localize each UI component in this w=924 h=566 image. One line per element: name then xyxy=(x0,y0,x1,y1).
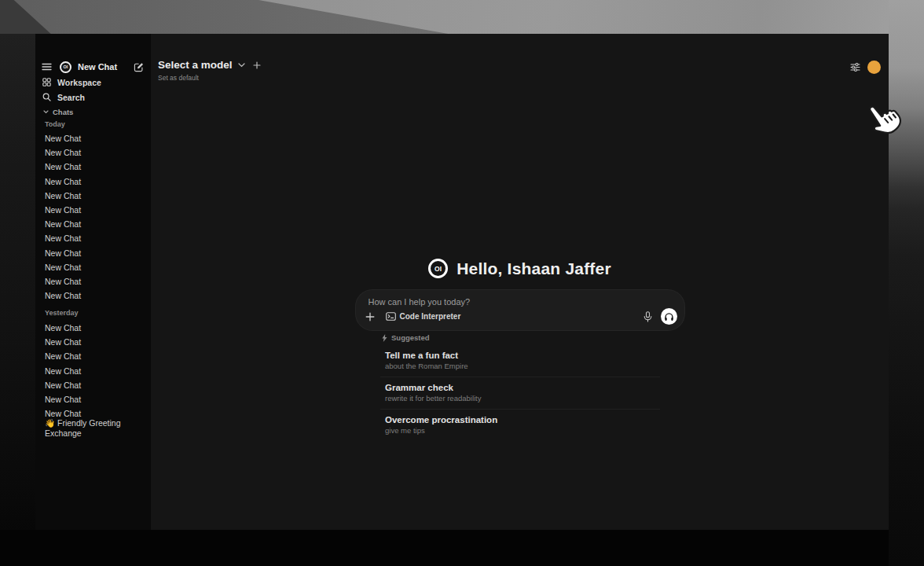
greeting-block: OI Hello, Ishaan Jaffer xyxy=(151,259,889,278)
chat-list-yesterday: New Chat New Chat New Chat New Chat xyxy=(38,321,148,421)
sidebar: OI New Chat xyxy=(35,34,151,530)
code-interpreter-button[interactable]: Code Interpreter xyxy=(386,312,461,321)
chat-list-item[interactable]: New Chat xyxy=(38,392,148,406)
chat-list-item[interactable]: New Chat xyxy=(38,175,148,189)
chats-section-label: Chats xyxy=(53,108,73,116)
suggested-prompt[interactable]: Grammar check rewrite it for better read… xyxy=(380,377,660,410)
main-header-right xyxy=(850,61,881,74)
sidebar-title: New Chat xyxy=(78,62,117,72)
suggested-prompts: Suggested Tell me a fun fact about the R… xyxy=(380,333,660,441)
chat-list-item[interactable]: New Chat xyxy=(38,131,148,145)
headphones-icon xyxy=(664,312,674,322)
greeting-text: Hello, Ishaan Jaffer xyxy=(456,259,611,278)
suggested-list: Tell me a fun fact about the Roman Empir… xyxy=(380,345,660,441)
desktop-wallpaper-left xyxy=(0,34,35,566)
sidebar-header: OI New Chat xyxy=(42,60,144,74)
sidebar-item-workspace[interactable]: Workspace xyxy=(40,75,146,89)
chat-list-item[interactable]: New Chat xyxy=(38,189,148,203)
model-selector-block: Select a model Set as default xyxy=(158,59,261,82)
app-window: OI New Chat xyxy=(35,34,889,530)
search-icon xyxy=(42,93,51,101)
composer-toolbar: Code Interpreter xyxy=(365,308,677,325)
chat-list-today: New Chat New Chat New Chat New Chat xyxy=(38,131,148,303)
chat-list-item[interactable]: New Chat xyxy=(38,145,148,160)
workspace-grid-icon xyxy=(42,78,51,86)
sidebar-item-search[interactable]: Search xyxy=(40,90,146,104)
app-logo-icon: OI xyxy=(428,259,448,278)
suggested-prompt[interactable]: Tell me a fun fact about the Roman Empir… xyxy=(380,345,660,377)
voice-call-button[interactable] xyxy=(661,308,677,325)
chat-list-item[interactable]: New Chat xyxy=(38,231,148,245)
search-label: Search xyxy=(57,93,85,102)
terminal-icon xyxy=(386,312,396,321)
chat-list-item[interactable]: New Chat xyxy=(38,378,148,392)
new-chat-icon[interactable] xyxy=(134,62,144,72)
chat-list-item[interactable]: New Chat xyxy=(38,321,148,335)
chat-list-item[interactable]: New Chat xyxy=(38,217,148,231)
chevron-down-icon[interactable] xyxy=(238,63,245,68)
chat-list-item[interactable]: New Chat xyxy=(38,335,148,349)
group-label-today: Today xyxy=(45,120,65,128)
desktop: OI New Chat xyxy=(0,0,924,566)
message-composer[interactable]: Code Interpreter xyxy=(355,289,685,331)
suggested-label: Suggested xyxy=(391,333,430,342)
desktop-wallpaper-bottom xyxy=(0,530,889,566)
user-avatar[interactable] xyxy=(867,61,881,74)
app-logo-icon: OI xyxy=(60,61,72,73)
attach-plus-icon[interactable] xyxy=(365,312,375,322)
chats-section-toggle[interactable]: Chats xyxy=(43,108,73,116)
model-selector-button[interactable]: Select a model xyxy=(158,59,233,71)
group-label-yesterday: Yesterday xyxy=(45,309,79,317)
chat-list-item[interactable]: New Chat xyxy=(38,203,148,217)
chat-list-item[interactable]: New Chat xyxy=(38,289,148,303)
sidebar-toggle-icon[interactable] xyxy=(42,62,52,72)
main-area: Select a model Set as default xyxy=(151,34,889,530)
chat-list-item[interactable]: New Chat xyxy=(38,274,148,289)
set-as-default-button[interactable]: Set as default xyxy=(158,74,261,82)
code-interpreter-label: Code Interpreter xyxy=(400,312,461,321)
controls-sliders-icon[interactable] xyxy=(850,62,860,72)
chat-list-item-named[interactable]: 👋 Friendly Greeting Exchange xyxy=(38,421,148,435)
microphone-icon[interactable] xyxy=(644,311,652,322)
suggested-header: Suggested xyxy=(380,333,660,342)
suggested-prompt[interactable]: Overcome procrastination give me tips xyxy=(380,410,660,441)
add-model-icon[interactable] xyxy=(253,61,261,69)
chat-list-item[interactable]: New Chat xyxy=(38,364,148,378)
desktop-wallpaper-right xyxy=(889,0,924,566)
workspace-label: Workspace xyxy=(57,78,101,87)
chat-list-item[interactable]: New Chat xyxy=(38,160,148,174)
chat-list-item[interactable]: New Chat xyxy=(38,260,148,274)
chevron-down-icon xyxy=(43,110,49,114)
bolt-icon xyxy=(382,334,387,342)
chat-list-item[interactable]: New Chat xyxy=(38,349,148,363)
chat-list-item[interactable]: New Chat xyxy=(38,246,148,260)
